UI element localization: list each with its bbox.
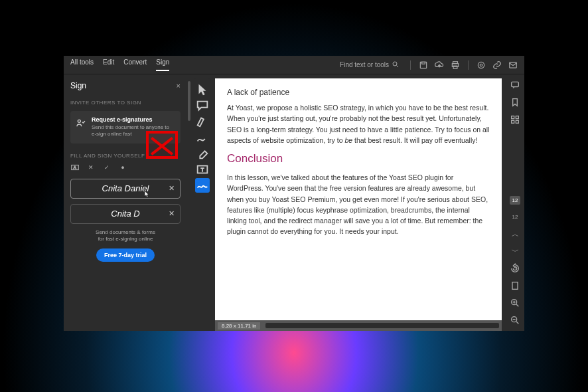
- sign-tool-icon[interactable]: [195, 178, 210, 193]
- select-tool-icon[interactable]: [195, 82, 210, 97]
- svg-line-21: [516, 304, 518, 306]
- dot-tool-icon[interactable]: ●: [118, 163, 127, 172]
- svg-point-8: [480, 64, 482, 66]
- cloud-upload-icon[interactable]: [435, 60, 444, 70]
- page-dimensions: 8.28 x 11.71 in: [218, 322, 260, 330]
- x-mark-tool-icon[interactable]: ✕: [86, 163, 96, 172]
- svg-text:A: A: [74, 165, 76, 169]
- document-page[interactable]: A lack of patience At Yoast, we propose …: [215, 78, 502, 320]
- comment-tool-icon[interactable]: [195, 98, 210, 113]
- search-box[interactable]: Find text or tools: [340, 60, 400, 70]
- page-number-badge[interactable]: 12: [510, 196, 521, 205]
- page-total: 12: [510, 211, 520, 222]
- save-icon[interactable]: [419, 60, 428, 70]
- ai-assistant-icon[interactable]: [477, 60, 486, 70]
- main-area: Sign × INVITE OTHERS TO SIGN Request e-s…: [64, 74, 524, 331]
- page-down-icon[interactable]: ﹀: [510, 246, 520, 256]
- svg-rect-17: [512, 120, 514, 123]
- search-icon: [392, 60, 400, 70]
- search-placeholder: Find text or tools: [340, 61, 389, 68]
- svg-rect-14: [512, 82, 519, 86]
- invite-label: INVITE OTHERS TO SIGN: [70, 100, 181, 106]
- textbox-tool-icon[interactable]: A: [70, 163, 80, 172]
- paragraph-2: In this lesson, we've talked about the f…: [227, 172, 490, 237]
- main-menu: All tools Edit Convert Sign: [70, 58, 169, 71]
- svg-rect-19: [512, 282, 518, 290]
- signature-name-2: Cnita D: [111, 209, 139, 219]
- svg-point-7: [478, 62, 484, 68]
- vertical-toolbar: [194, 78, 211, 197]
- free-trial-button[interactable]: Free 7-day trial: [96, 248, 155, 262]
- svg-line-25: [516, 322, 518, 324]
- print-icon[interactable]: [451, 60, 460, 70]
- right-toolbar: 12 12 ︿ ﹀: [506, 74, 524, 331]
- paragraph-1: At Yoast, we propose a holistic SEO stra…: [227, 102, 490, 146]
- signature-item-2[interactable]: Cnita D ✕: [70, 204, 181, 224]
- menu-sign[interactable]: Sign: [156, 58, 169, 71]
- topbar: All tools Edit Convert Sign Find text or…: [64, 56, 524, 74]
- sidebar-title-text: Sign: [70, 81, 86, 90]
- signature-name-1: Cnita Daniel: [102, 183, 149, 193]
- svg-point-0: [393, 62, 397, 66]
- status-bar: 8.28 x 11.71 in: [215, 320, 502, 331]
- svg-rect-15: [512, 116, 514, 119]
- mail-icon[interactable]: [508, 60, 518, 70]
- menu-convert[interactable]: Convert: [123, 58, 147, 71]
- sidebar-footer-text: Send documents & formsfor fast e-signing…: [70, 229, 181, 243]
- request-title: Request e-signatures: [92, 116, 175, 123]
- fill-tools: A ✕ ✓ ●: [70, 163, 181, 172]
- chat-panel-icon[interactable]: [510, 80, 520, 90]
- text-tool-icon[interactable]: [195, 162, 210, 177]
- thumbnails-panel-icon[interactable]: [510, 114, 520, 125]
- fit-page-icon[interactable]: [510, 280, 520, 291]
- svg-rect-16: [516, 116, 518, 119]
- document-area: A lack of patience At Yoast, we propose …: [211, 74, 506, 331]
- zoom-in-icon[interactable]: [510, 298, 520, 308]
- red-x-annotation: [146, 131, 178, 159]
- close-sidebar-button[interactable]: ×: [177, 82, 181, 90]
- page-up-icon[interactable]: ︿: [510, 229, 520, 239]
- menu-all-tools[interactable]: All tools: [70, 58, 94, 71]
- app-window: All tools Edit Convert Sign Find text or…: [64, 56, 524, 331]
- erase-tool-icon[interactable]: [195, 146, 210, 161]
- delete-signature-1[interactable]: ✕: [169, 184, 175, 193]
- people-sign-icon: [76, 118, 86, 128]
- svg-rect-3: [422, 62, 425, 64]
- cursor-pointer-icon: [143, 190, 151, 198]
- svg-line-1: [397, 65, 399, 67]
- checkmark-tool-icon[interactable]: ✓: [102, 163, 111, 172]
- rotate-icon[interactable]: [510, 263, 520, 274]
- delete-signature-2[interactable]: ✕: [169, 209, 175, 218]
- svg-rect-2: [420, 62, 426, 68]
- svg-point-10: [78, 120, 80, 122]
- sign-sidebar: Sign × INVITE OTHERS TO SIGN Request e-s…: [64, 74, 187, 331]
- link-icon[interactable]: [492, 60, 502, 70]
- horizontal-scrollbar[interactable]: [265, 323, 499, 328]
- signature-item-1[interactable]: Cnita Daniel ✕: [70, 179, 181, 199]
- bookmark-panel-icon[interactable]: [510, 97, 520, 108]
- sidebar-scrollbar[interactable]: [187, 74, 191, 331]
- svg-rect-18: [516, 120, 518, 123]
- zoom-out-icon[interactable]: [510, 315, 520, 326]
- sidebar-title: Sign ×: [70, 81, 181, 90]
- heading-conclusion: Conclusion: [227, 152, 490, 165]
- draw-tool-icon[interactable]: [195, 130, 210, 145]
- topbar-icons: [409, 60, 518, 70]
- menu-edit[interactable]: Edit: [103, 58, 114, 71]
- heading-patience: A lack of patience: [227, 88, 490, 97]
- highlight-tool-icon[interactable]: [195, 114, 210, 129]
